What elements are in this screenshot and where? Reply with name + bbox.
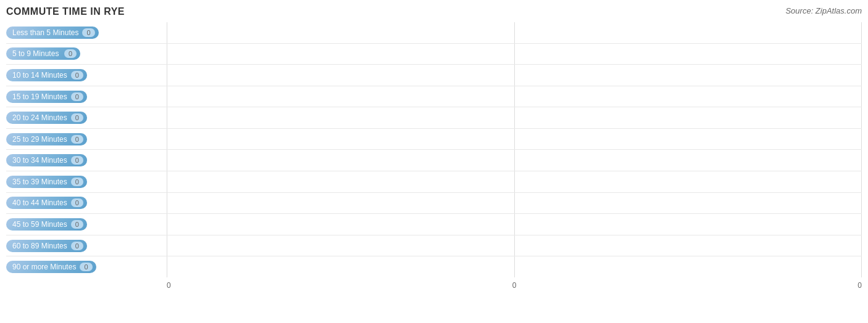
bar-pill: 40 to 44 Minutes 0	[6, 197, 87, 209]
bar-chart-area	[167, 66, 862, 84]
bar-value-badge: 0	[71, 156, 83, 165]
bar-label-text: Less than 5 Minutes	[12, 28, 78, 37]
bar-label-container: 5 to 9 Minutes 0	[6, 47, 167, 60]
bar-value-badge: 0	[64, 49, 77, 58]
x-axis-label: 0	[512, 281, 517, 290]
bar-pill: 15 to 19 Minutes 0	[6, 91, 87, 103]
bar-row: 15 to 19 Minutes 0	[6, 86, 862, 108]
bar-chart-area	[167, 108, 862, 127]
bar-label-container: Less than 5 Minutes 0	[6, 27, 167, 39]
bar-pill: Less than 5 Minutes 0	[6, 27, 99, 39]
bar-label-text: 30 to 34 Minutes	[12, 156, 67, 165]
bar-chart-area	[167, 23, 862, 42]
bar-pill: 5 to 9 Minutes 0	[6, 47, 80, 60]
bar-pill: 35 to 39 Minutes 0	[6, 176, 87, 188]
bar-pill: 25 to 29 Minutes 0	[6, 133, 87, 145]
bar-label-container: 15 to 19 Minutes 0	[6, 91, 167, 103]
bar-row: 40 to 44 Minutes 0	[6, 193, 862, 215]
bar-pill: 10 to 14 Minutes 0	[6, 69, 87, 81]
bar-label-container: 30 to 34 Minutes 0	[6, 154, 167, 166]
bar-value-badge: 0	[71, 242, 83, 250]
bar-value-badge: 0	[71, 220, 83, 229]
bar-value-badge: 0	[71, 92, 83, 101]
bar-pill: 45 to 59 Minutes 0	[6, 218, 87, 231]
bar-label-text: 45 to 59 Minutes	[12, 220, 67, 229]
x-axis-label: 0	[858, 281, 862, 290]
bar-pill: 30 to 34 Minutes 0	[6, 154, 87, 166]
bar-chart-area	[167, 88, 862, 106]
bar-chart-area	[167, 237, 862, 255]
bar-value-badge: 0	[71, 178, 83, 186]
bar-chart-area	[167, 258, 862, 276]
bar-row: Less than 5 Minutes 0	[6, 22, 862, 44]
bar-row: 10 to 14 Minutes 0	[6, 65, 862, 86]
bar-label-text: 25 to 29 Minutes	[12, 135, 67, 144]
bar-chart-area	[167, 215, 862, 234]
chart-area: Less than 5 Minutes 0 5 to 9 Minutes 0 1…	[6, 22, 862, 296]
bar-chart-area	[167, 151, 862, 170]
bar-label-text: 60 to 89 Minutes	[12, 242, 67, 250]
bars-wrapper: Less than 5 Minutes 0 5 to 9 Minutes 0 1…	[6, 22, 862, 277]
bar-label-container: 10 to 14 Minutes 0	[6, 69, 167, 81]
bar-pill: 20 to 24 Minutes 0	[6, 112, 87, 124]
bar-value-badge: 0	[71, 71, 83, 80]
bar-row: 5 to 9 Minutes 0	[6, 44, 862, 65]
bar-value-badge: 0	[71, 198, 83, 207]
bar-chart-area	[167, 173, 862, 191]
bar-chart-area	[167, 194, 862, 213]
bar-label-text: 35 to 39 Minutes	[12, 178, 67, 186]
bar-label-container: 25 to 29 Minutes 0	[6, 133, 167, 145]
bar-row: 35 to 39 Minutes 0	[6, 171, 862, 193]
bar-label-container: 20 to 24 Minutes 0	[6, 112, 167, 124]
bar-row: 90 or more Minutes 0	[6, 256, 862, 277]
bar-label-container: 35 to 39 Minutes 0	[6, 176, 167, 188]
chart-container: COMMUTE TIME IN RYE Source: ZipAtlas.com…	[0, 0, 868, 323]
source-text: Source: ZipAtlas.com	[785, 6, 862, 15]
bar-label-text: 20 to 24 Minutes	[12, 113, 67, 122]
chart-title: COMMUTE TIME IN RYE	[6, 6, 862, 17]
bar-chart-area	[167, 130, 862, 149]
bar-value-badge: 0	[80, 263, 92, 271]
bar-label-text: 90 or more Minutes	[12, 263, 76, 271]
bar-label-container: 40 to 44 Minutes 0	[6, 197, 167, 209]
bar-row: 45 to 59 Minutes 0	[6, 214, 862, 235]
bar-row: 25 to 29 Minutes 0	[6, 129, 862, 150]
bar-pill: 60 to 89 Minutes 0	[6, 240, 87, 252]
bar-value-badge: 0	[71, 135, 83, 144]
bar-row: 30 to 34 Minutes 0	[6, 150, 862, 171]
bar-label-container: 90 or more Minutes 0	[6, 261, 167, 273]
bar-label-text: 10 to 14 Minutes	[12, 71, 67, 80]
bar-label-container: 60 to 89 Minutes 0	[6, 240, 167, 252]
bar-label-text: 40 to 44 Minutes	[12, 198, 67, 207]
bar-pill: 90 or more Minutes 0	[6, 261, 96, 273]
bar-row: 60 to 89 Minutes 0	[6, 235, 862, 257]
bar-chart-area	[167, 45, 862, 63]
bar-label-container: 45 to 59 Minutes 0	[6, 218, 167, 231]
bar-label-text: 15 to 19 Minutes	[12, 92, 67, 101]
bar-value-badge: 0	[82, 28, 94, 37]
bar-row: 20 to 24 Minutes 0	[6, 107, 862, 129]
bar-label-text: 5 to 9 Minutes	[12, 49, 61, 58]
x-axis-label: 0	[167, 281, 171, 290]
bar-value-badge: 0	[71, 113, 83, 122]
x-axis: 000	[167, 277, 862, 296]
